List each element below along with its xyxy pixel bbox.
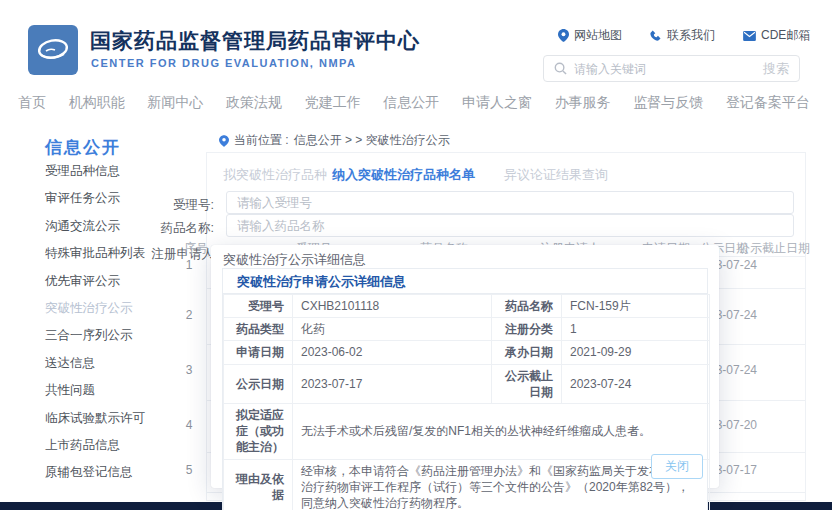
mailbox-link[interactable]: CDE邮箱	[743, 27, 810, 44]
search-input[interactable]	[574, 62, 756, 76]
breadcrumb: 当前位置 : 信息公开 > > 突破性治疗公示	[219, 132, 450, 149]
field-label: 药品名称	[492, 295, 562, 318]
field-value: 经审核，本申请符合《药品注册管理办法》和《国家药监局关于发布突破性治疗药物审评工…	[293, 459, 710, 510]
tab-objection-result-query[interactable]: 异议论证结果查询	[504, 166, 608, 184]
sidebar-item-marketed-drugs[interactable]: 上市药品信息	[45, 437, 145, 464]
table-row-index: 4	[178, 418, 200, 432]
field-value: 2023-07-17	[293, 364, 492, 403]
col-header-publicity-end-date: 公示截止日期	[738, 240, 810, 257]
field-value: FCN-159片	[562, 295, 710, 318]
cde-logo-icon[interactable]	[28, 25, 78, 75]
phone-icon	[650, 30, 662, 42]
nav-item-registration-platform[interactable]: 登记备案平台	[726, 94, 810, 112]
sidebar-item-priority-review[interactable]: 优先审评公示	[45, 273, 145, 300]
field-value: 1	[562, 318, 710, 341]
field-label: 承办日期	[492, 341, 562, 364]
detail-table: 受理号 CXHB2101118 药品名称 FCN-159片 药品类型 化药 注册…	[223, 294, 710, 510]
nav-item-policy[interactable]: 政策法规	[226, 94, 282, 112]
field-label: 公示日期	[224, 364, 293, 403]
dialog-detail-panel: 突破性治疗申请公示详细信息 受理号 CXHB2101118 药品名称 FCN-1…	[222, 268, 708, 510]
dialog-title: 突破性治疗公示详细信息	[223, 251, 366, 269]
table-row-index: 1	[178, 258, 200, 272]
table-row: 拟定适应症（或功能主治） 无法手术或术后残留/复发的NF1相关的丛状神经纤维瘤成…	[224, 403, 710, 459]
site-title-en: CENTER FOR DRUG EVALUATION, NMPA	[91, 57, 357, 69]
field-value: 化药	[293, 318, 492, 341]
site-title-cn: 国家药品监督管理局药品审评中心	[90, 27, 420, 55]
sidebar-title: 信息公开	[45, 136, 121, 159]
field-value: 2023-07-24	[562, 364, 710, 403]
sitemap-link[interactable]: 网站地图	[558, 27, 622, 44]
close-button[interactable]: 关闭	[651, 454, 703, 479]
contact-label: 联系我们	[667, 27, 715, 44]
detail-section-title: 突破性治疗申请公示详细信息	[223, 269, 707, 294]
nav-item-supervision[interactable]: 监督与反馈	[633, 94, 703, 112]
nav-item-info-disclosure[interactable]: 信息公开	[383, 94, 439, 112]
field-value: 2023-06-02	[293, 341, 492, 364]
sidebar-item-accepted-varieties[interactable]: 受理品种信息	[45, 163, 145, 190]
search-button[interactable]: 搜索	[763, 60, 789, 78]
sidebar-item-breakthrough-therapy[interactable]: 突破性治疗公示	[45, 300, 145, 327]
header-quick-links: 网站地图 联系我们 CDE邮箱	[558, 27, 810, 44]
field-label: 理由及依据	[224, 459, 293, 510]
table-row: 理由及依据 经审核，本申请符合《药品注册管理办法》和《国家药监局关于发布突破性治…	[224, 459, 710, 510]
page: 国家药品监督管理局药品审评中心 CENTER FOR DRUG EVALUATI…	[0, 0, 832, 510]
nav-item-party[interactable]: 党建工作	[305, 94, 361, 112]
tab-included-breakthrough-list[interactable]: 纳入突破性治疗品种名单	[332, 166, 475, 184]
mail-icon	[743, 31, 756, 41]
col-header-index: 序号	[184, 240, 208, 257]
nav-item-home[interactable]: 首页	[18, 94, 46, 112]
table-row-index: 5	[178, 463, 200, 477]
field-label: 拟定适应症（或功能主治）	[224, 403, 293, 459]
table-row: 公示日期 2023-07-17 公示截止日期 2023-07-24	[224, 364, 710, 403]
field-label: 注册分类	[492, 318, 562, 341]
table-row: 药品类型 化药 注册分类 1	[224, 318, 710, 341]
search-bar: 搜索	[543, 55, 800, 82]
nav-item-functions[interactable]: 机构职能	[69, 94, 125, 112]
field-value: CXHB2101118	[293, 295, 492, 318]
receipt-no-label: 受理号:	[114, 197, 214, 214]
logo-swirl-icon	[33, 30, 73, 70]
contact-link[interactable]: 联系我们	[650, 27, 715, 44]
nav-item-news[interactable]: 新闻中心	[147, 94, 203, 112]
main-nav: 首页 机构职能 新闻中心 政策法规 党建工作 信息公开 申请人之窗 办事服务 监…	[18, 94, 810, 112]
location-pin-icon	[558, 29, 569, 42]
nav-item-services[interactable]: 办事服务	[555, 94, 611, 112]
search-icon	[554, 62, 567, 75]
nav-item-applicant-window[interactable]: 申请人之窗	[462, 94, 532, 112]
sidebar-item-delivery-info[interactable]: 送达信息	[45, 355, 145, 382]
breadcrumb-path: 信息公开 > > 突破性治疗公示	[294, 132, 450, 149]
table-row-index: 3	[178, 363, 200, 377]
sidebar-item-clinical-trial-license[interactable]: 临床试验默示许可	[45, 410, 145, 437]
drug-name-input[interactable]	[226, 214, 794, 237]
breakthrough-detail-dialog: 突破性治疗公示详细信息 突破性治疗申请公示详细信息 受理号 CXHB210111…	[211, 245, 719, 488]
sidebar-item-three-in-one[interactable]: 三合一序列公示	[45, 327, 145, 354]
sidebar-item-common-issues[interactable]: 共性问题	[45, 382, 145, 409]
table-row-index: 2	[178, 308, 200, 322]
tab-proposed-breakthrough[interactable]: 拟突破性治疗品种	[223, 166, 327, 184]
field-value: 无法手术或术后残留/复发的NF1相关的丛状神经纤维瘤成人患者。	[293, 403, 710, 459]
breadcrumb-prefix: 当前位置 :	[234, 132, 289, 149]
mailbox-label: CDE邮箱	[761, 27, 810, 44]
drug-name-label: 药品名称:	[114, 220, 214, 237]
field-label: 申请日期	[224, 341, 293, 364]
location-pin-icon	[219, 135, 229, 147]
field-label: 药品类型	[224, 318, 293, 341]
receipt-no-input[interactable]	[226, 191, 794, 214]
field-value: 2021-09-29	[562, 341, 710, 364]
sidebar-item-excipient-registration[interactable]: 原辅包登记信息	[45, 464, 145, 491]
table-row: 申请日期 2023-06-02 承办日期 2021-09-29	[224, 341, 710, 364]
field-label: 受理号	[224, 295, 293, 318]
table-row: 受理号 CXHB2101118 药品名称 FCN-159片	[224, 295, 710, 318]
field-label: 公示截止日期	[492, 364, 562, 403]
sitemap-label: 网站地图	[574, 27, 622, 44]
